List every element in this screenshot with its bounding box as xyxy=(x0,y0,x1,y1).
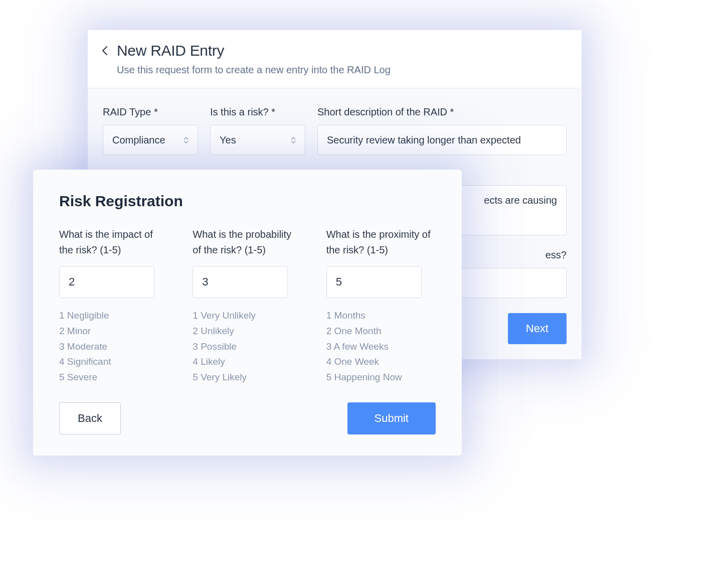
scale-item: 3 Possible xyxy=(193,339,302,355)
proximity-column: What is the proximity of the risk? (1-5)… xyxy=(326,227,436,385)
raid-type-value: Compliance xyxy=(112,134,165,146)
partial-label-fragment: ess? xyxy=(456,249,567,261)
raid-type-select[interactable]: Compliance xyxy=(103,125,198,155)
scale-item: 3 Moderate xyxy=(59,339,168,355)
scale-item: 2 One Month xyxy=(326,324,436,339)
back-button[interactable]: Back xyxy=(59,402,121,434)
risk-registration-card: Risk Registration What is the impact of … xyxy=(33,170,462,456)
impact-value: 2 xyxy=(69,275,75,288)
chevron-left-icon[interactable] xyxy=(99,45,111,57)
select-arrows-icon xyxy=(291,137,296,143)
is-risk-select[interactable]: Yes xyxy=(210,125,305,155)
scale-item: 2 Unlikely xyxy=(193,324,302,339)
impact-scale: 1 Negligible 2 Minor 3 Moderate 4 Signif… xyxy=(59,308,168,385)
proximity-label: What is the proximity of the risk? (1-5) xyxy=(326,227,436,258)
scale-item: 2 Minor xyxy=(59,324,168,339)
scale-item: 4 Likely xyxy=(193,354,302,370)
is-risk-value: Yes xyxy=(220,134,236,146)
scale-item: 4 Significant xyxy=(59,354,168,370)
probability-value: 3 xyxy=(202,275,208,288)
scale-item: 3 A few Weeks xyxy=(326,339,436,355)
page-subtitle: Use this request form to create a new en… xyxy=(117,64,567,76)
select-arrows-icon xyxy=(184,137,189,143)
impact-column: What is the impact of the risk? (1-5) 2 … xyxy=(59,227,168,385)
probability-column: What is the probability of the risk? (1-… xyxy=(193,227,302,385)
scale-item: 1 Months xyxy=(326,308,436,324)
scale-item: 4 One Week xyxy=(326,354,436,370)
probability-label: What is the probability of the risk? (1-… xyxy=(193,227,302,258)
short-desc-label: Short description of the RAID * xyxy=(317,106,567,118)
impact-label: What is the impact of the risk? (1-5) xyxy=(59,227,168,258)
raid-type-label: RAID Type * xyxy=(103,106,198,118)
scale-item: 1 Negligible xyxy=(59,308,168,324)
proximity-value: 5 xyxy=(336,275,342,288)
partial-desc-fragment: ects are causing xyxy=(484,195,557,206)
scale-item: 5 Severe xyxy=(59,370,168,385)
scale-item: 1 Very Unlikely xyxy=(193,308,302,324)
short-desc-value: Security review taking longer than expec… xyxy=(327,134,521,146)
scale-item: 5 Very Likely xyxy=(193,370,302,385)
probability-input[interactable]: 3 xyxy=(193,266,288,298)
page-title: New RAID Entry xyxy=(117,42,224,59)
submit-button[interactable]: Submit xyxy=(347,402,436,434)
partial-input[interactable] xyxy=(456,268,567,298)
partial-textarea[interactable]: ects are causing xyxy=(456,185,567,235)
card-header: New RAID Entry Use this request form to … xyxy=(88,30,582,88)
probability-scale: 1 Very Unlikely 2 Unlikely 3 Possible 4 … xyxy=(193,308,302,385)
impact-input[interactable]: 2 xyxy=(59,266,154,298)
scale-item: 5 Happening Now xyxy=(326,370,436,385)
is-risk-label: Is this a risk? * xyxy=(210,106,305,118)
short-desc-input[interactable]: Security review taking longer than expec… xyxy=(317,125,567,155)
proximity-input[interactable]: 5 xyxy=(326,266,422,298)
next-button[interactable]: Next xyxy=(508,313,567,344)
risk-registration-title: Risk Registration xyxy=(59,193,436,210)
proximity-scale: 1 Months 2 One Month 3 A few Weeks 4 One… xyxy=(326,308,436,385)
